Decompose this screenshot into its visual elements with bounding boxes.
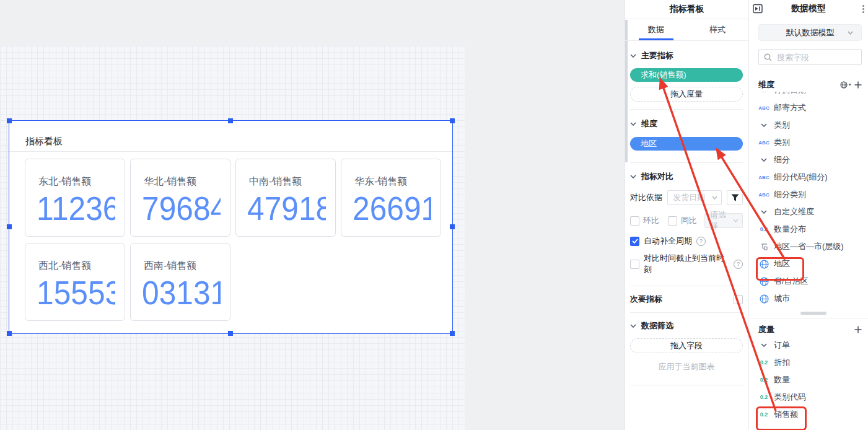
more-menu-icon[interactable] <box>862 5 864 13</box>
field-row[interactable]: 城市 <box>749 290 868 307</box>
cutoff-checkbox[interactable] <box>630 260 639 269</box>
wow-checkbox[interactable] <box>630 216 639 226</box>
text-field-icon: ABC <box>758 192 769 198</box>
model-panel-title: 数据模型 <box>749 3 868 14</box>
widget-title: 指标看板 <box>25 136 63 147</box>
kpi-card[interactable]: 西北-销售额 15553 <box>25 243 125 321</box>
help-icon[interactable]: ? <box>734 260 743 269</box>
group-label: 订单 <box>774 340 790 351</box>
resize-handle-tm[interactable] <box>228 118 233 123</box>
wow-label: 环比 <box>643 215 659 226</box>
active-tab-indicator <box>639 38 673 40</box>
field-row-clipped[interactable]: □ 订购日期 <box>749 92 868 99</box>
yoy-checkbox[interactable] <box>668 216 677 226</box>
geo-role-icon[interactable] <box>840 81 852 89</box>
collapse-panel-icon[interactable] <box>753 4 763 14</box>
panel-scrollbar[interactable] <box>625 20 628 162</box>
cutoff-label: 对比时间截止到当前时刻 <box>644 253 729 275</box>
field-search[interactable] <box>758 49 862 65</box>
drop-field-zone[interactable]: 拖入字段 <box>630 338 743 353</box>
auto-complete-label: 自动补全周期 <box>644 235 692 247</box>
section-title: 主要指标 <box>641 50 673 61</box>
help-icon[interactable]: ? <box>696 237 706 246</box>
add-measure-icon[interactable] <box>854 326 862 333</box>
field-group-row[interactable]: 自定义维度 <box>749 203 868 221</box>
resize-handle-br[interactable] <box>450 331 455 336</box>
field-label: 订购日期 <box>774 92 806 96</box>
kpi-card[interactable]: 东北-销售额 11236 <box>25 159 125 237</box>
field-row[interactable]: ABC 细分代码(细分) <box>749 169 868 186</box>
section-dimension[interactable]: 维度 <box>630 118 743 129</box>
field-group-row[interactable]: 类别 <box>749 116 868 134</box>
compare-filter-button[interactable] <box>727 190 743 205</box>
kpi-widget[interactable]: 指标看板 东北-销售额 11236 华北-销售额 79684 中南-销售额 47… <box>9 120 453 334</box>
kpi-card-label: 西南-销售额 <box>144 260 196 273</box>
search-icon <box>764 53 772 61</box>
tab-data[interactable]: 数据 <box>625 19 687 40</box>
kpi-card-value: 26691 <box>353 191 431 224</box>
data-model-panel: 数据模型 默认数据模型 维度 <box>748 0 868 430</box>
number-field-icon: 0.2 <box>758 226 769 232</box>
period-select[interactable]: 请选择 <box>704 213 743 228</box>
field-row[interactable]: 0.2 类别代码 <box>749 388 868 406</box>
kpi-card-label: 中南-销售额 <box>249 175 302 188</box>
field-row[interactable]: ABC 细分类别 <box>749 186 868 203</box>
field-row[interactable]: 0.2 数量 <box>749 371 868 388</box>
field-row[interactable]: ABC 类别 <box>749 134 868 151</box>
resize-handle-tr[interactable] <box>450 118 455 123</box>
field-label: 数量 <box>774 374 790 385</box>
resize-handle-bm[interactable] <box>228 331 233 336</box>
model-selector[interactable]: 默认数据模型 <box>758 24 862 41</box>
resize-handle-tl[interactable] <box>7 118 12 123</box>
chevron-down-icon <box>733 219 739 222</box>
kpi-card-label: 华东-销售额 <box>354 175 407 188</box>
filter-scope-note: 应用于当前图表 <box>630 361 743 372</box>
field-row[interactable]: 0.2 折扣 <box>749 354 868 371</box>
chevron-down-icon <box>758 210 769 214</box>
settings-panel-title: 指标看板 <box>625 0 748 19</box>
field-row[interactable]: ABC 邮寄方式 <box>749 99 868 116</box>
kpi-card-label: 西北-销售额 <box>38 260 91 273</box>
field-label: 细分类别 <box>774 189 806 200</box>
resize-handle-bl[interactable] <box>7 331 12 336</box>
kpi-card[interactable]: 中南-销售额 47918 <box>235 159 336 237</box>
text-field-icon: ABC <box>758 140 769 146</box>
measures-header: 度量 <box>758 324 862 335</box>
resize-handle-mr[interactable] <box>450 224 455 229</box>
kpi-card-value: 03131 <box>142 276 221 308</box>
field-row[interactable]: 0.2 数量分布 <box>749 221 868 238</box>
list-scrollbar[interactable] <box>800 312 826 315</box>
section-data-filter[interactable]: 数据筛选 <box>630 320 743 331</box>
field-group-row[interactable]: 订单 <box>749 336 868 354</box>
kpi-card[interactable]: 西南-销售额 03131 <box>130 243 230 321</box>
drop-measure-zone[interactable]: 拖入度量 <box>630 87 743 102</box>
primary-metric-pill[interactable]: 求和(销售额) <box>630 68 743 82</box>
group-label: 细分 <box>774 154 790 165</box>
group-label: 自定义维度 <box>774 206 814 217</box>
measure-field-icon: 0.2 <box>758 394 769 400</box>
kpi-card[interactable]: 华东-销售额 26691 <box>341 159 441 237</box>
field-group-row[interactable]: 细分 <box>749 151 868 169</box>
app-window: 指标看板 东北-销售额 11236 华北-销售额 79684 中南-销售额 47… <box>0 0 868 430</box>
field-search-input[interactable] <box>776 52 856 63</box>
auto-complete-checkbox[interactable] <box>630 237 639 246</box>
section-compare[interactable]: 指标对比 <box>630 171 743 182</box>
tab-style[interactable]: 样式 <box>687 19 749 40</box>
settings-tabs: 数据 样式 <box>625 19 748 41</box>
field-row[interactable]: 地区—省—市(层级) <box>749 238 868 255</box>
kpi-card-value: 11236 <box>37 191 115 224</box>
dimension-pill[interactable]: 地区 <box>630 137 743 151</box>
section-title: 数据筛选 <box>641 320 673 331</box>
field-type-icon: □ <box>758 92 769 94</box>
resize-handle-ml[interactable] <box>7 224 12 229</box>
field-label: 类别代码 <box>774 392 806 403</box>
secondary-metric-checkbox[interactable] <box>734 295 743 304</box>
text-field-icon: ABC <box>758 175 769 180</box>
compare-basis-select[interactable]: 发货日期 <box>667 190 722 205</box>
section-primary-metric[interactable]: 主要指标 <box>630 50 743 61</box>
kpi-card-value: 47918 <box>247 191 326 224</box>
chart-settings-panel: 指标看板 数据 样式 主要指标 求和(销售额) 拖入度量 维度 地区 <box>625 0 748 430</box>
kpi-card-label: 东北-销售额 <box>38 175 91 188</box>
add-dimension-icon[interactable] <box>854 81 862 89</box>
kpi-card[interactable]: 华北-销售额 79684 <box>130 159 230 237</box>
